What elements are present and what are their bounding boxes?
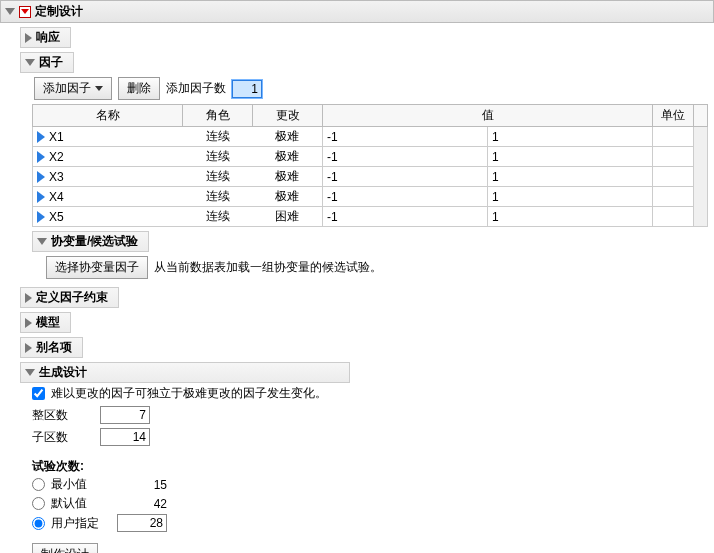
col-change[interactable]: 更改 bbox=[253, 105, 323, 127]
make-design-button[interactable]: 制作设计 bbox=[32, 543, 98, 553]
table-row[interactable]: X3 连续 极难 -1 1 bbox=[33, 167, 708, 187]
user-label: 用户指定 bbox=[51, 515, 111, 532]
add-count-label: 添加因子数 bbox=[166, 80, 226, 97]
table-row[interactable]: X5 连续 困难 -1 1 bbox=[33, 207, 708, 227]
alias-header[interactable]: 别名项 bbox=[20, 337, 83, 358]
min-value: 15 bbox=[117, 478, 167, 492]
delete-factor-button[interactable]: 删除 bbox=[118, 77, 160, 100]
covariate-desc: 从当前数据表加载一组协变量的候选试验。 bbox=[154, 259, 382, 276]
scrollbar-track[interactable] bbox=[694, 127, 708, 227]
custom-design-header[interactable]: 定制设计 bbox=[0, 0, 714, 23]
chevron-right-icon bbox=[25, 318, 32, 328]
trials-header: 试验次数: bbox=[32, 458, 708, 475]
factor-table[interactable]: 名称 角色 更改 值 单位 X1 连续 极难 -1 1 bbox=[32, 104, 708, 227]
select-covariate-button[interactable]: 选择协变量因子 bbox=[46, 256, 148, 279]
chevron-down-icon bbox=[37, 238, 47, 245]
chevron-down-icon bbox=[25, 59, 35, 66]
covariate-title: 协变量/候选试验 bbox=[51, 233, 138, 250]
default-value: 42 bbox=[117, 497, 167, 511]
add-factor-button[interactable]: 添加因子 bbox=[34, 77, 112, 100]
custom-design-title: 定制设计 bbox=[35, 3, 83, 20]
constraints-title: 定义因子约束 bbox=[36, 289, 108, 306]
factor-icon bbox=[37, 131, 45, 143]
chevron-down-icon bbox=[5, 8, 15, 15]
table-row[interactable]: X2 连续 极难 -1 1 bbox=[33, 147, 708, 167]
default-label: 默认值 bbox=[51, 495, 111, 512]
factor-icon bbox=[37, 211, 45, 223]
hard-change-label: 难以更改的因子可独立于极难更改的因子发生变化。 bbox=[51, 385, 327, 402]
table-row[interactable]: X4 连续 极难 -1 1 bbox=[33, 187, 708, 207]
responses-header[interactable]: 响应 bbox=[20, 27, 71, 48]
min-label: 最小值 bbox=[51, 476, 111, 493]
default-radio[interactable] bbox=[32, 497, 45, 510]
factors-header[interactable]: 因子 bbox=[20, 52, 74, 73]
chevron-right-icon bbox=[25, 293, 32, 303]
factor-icon bbox=[37, 191, 45, 203]
model-title: 模型 bbox=[36, 314, 60, 331]
model-header[interactable]: 模型 bbox=[20, 312, 71, 333]
factors-title: 因子 bbox=[39, 54, 63, 71]
col-unit[interactable]: 单位 bbox=[653, 105, 694, 127]
user-radio[interactable] bbox=[32, 517, 45, 530]
col-value[interactable]: 值 bbox=[323, 105, 653, 127]
sub-plot-input[interactable] bbox=[100, 428, 150, 446]
covariate-header[interactable]: 协变量/候选试验 bbox=[32, 231, 149, 252]
factor-icon bbox=[37, 171, 45, 183]
constraints-header[interactable]: 定义因子约束 bbox=[20, 287, 119, 308]
factor-icon bbox=[37, 151, 45, 163]
table-row[interactable]: X1 连续 极难 -1 1 bbox=[33, 127, 708, 147]
whole-plot-label: 整区数 bbox=[32, 407, 92, 424]
min-radio[interactable] bbox=[32, 478, 45, 491]
col-role[interactable]: 角色 bbox=[183, 105, 253, 127]
add-count-input[interactable] bbox=[232, 80, 262, 98]
sub-plot-label: 子区数 bbox=[32, 429, 92, 446]
responses-title: 响应 bbox=[36, 29, 60, 46]
chevron-down-icon bbox=[25, 369, 35, 376]
alias-title: 别名项 bbox=[36, 339, 72, 356]
scrollbar[interactable] bbox=[694, 105, 708, 127]
whole-plot-input[interactable] bbox=[100, 406, 150, 424]
outline-menu-icon[interactable] bbox=[19, 6, 31, 18]
user-value-input[interactable] bbox=[117, 514, 167, 532]
chevron-right-icon bbox=[25, 343, 32, 353]
hard-change-checkbox[interactable] bbox=[32, 387, 45, 400]
generate-header[interactable]: 生成设计 bbox=[20, 362, 350, 383]
col-name[interactable]: 名称 bbox=[33, 105, 183, 127]
chevron-right-icon bbox=[25, 33, 32, 43]
generate-title: 生成设计 bbox=[39, 364, 87, 381]
